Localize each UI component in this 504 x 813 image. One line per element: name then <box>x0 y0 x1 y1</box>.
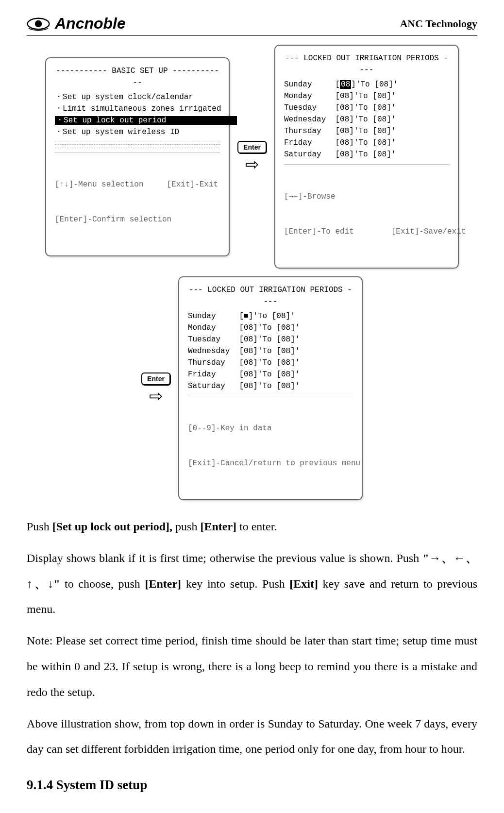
logo-icon <box>27 16 50 32</box>
page-header: Ancnoble ANC Technology <box>27 15 477 36</box>
period-row: Friday [08]'To [08]' <box>188 369 353 380</box>
figure-area: ----------- BASIC SET UP ------------ ・S… <box>27 45 477 500</box>
screen1-hint2: [Enter]-Confirm selection <box>55 214 220 225</box>
logo: Ancnoble <box>27 15 126 33</box>
logo-text: Ancnoble <box>55 15 126 33</box>
period-row: Tuesday [08]'To [08]' <box>188 334 353 345</box>
section-heading: 9.1.4 System ID setup <box>27 771 477 799</box>
screen2-hint1: [→←]-Browse <box>284 191 449 203</box>
period-row: Monday [08]'To [08]' <box>284 90 449 102</box>
screen1-hint1: [↑↓]-Menu selection [Exit]-Exit <box>55 179 220 190</box>
menu-item: ・Limit simultaneous zones irrigated <box>55 103 220 115</box>
screen-basic-setup: ----------- BASIC SET UP ------------ ・S… <box>45 57 230 256</box>
period-row: Wednesday [08]'To [08]' <box>284 114 449 125</box>
screen2-hint2: [Enter]-To edit [Exit]-Save/exit <box>284 226 449 237</box>
screen-locked-periods-edit: --- LOCKED OUT IRRIGATION PERIODS ---- S… <box>178 276 363 500</box>
screen3-hint2: [Exit]-Cancel/return to previous menu <box>188 457 353 469</box>
period-row: Saturday [08]'To [08]' <box>188 380 353 392</box>
period-row: Thursday [08]'To [08]' <box>284 125 449 137</box>
enter-arrow-1: Enter ⇨ <box>237 141 267 173</box>
period-row: Saturday [08]'To [08]' <box>284 149 449 160</box>
body-text: Push [Set up lock out period], push [Ent… <box>27 514 477 813</box>
paragraph-2: Display shows blank if it is first time;… <box>27 545 477 622</box>
period-row: Thursday [08]'To [08]' <box>188 357 353 369</box>
screen1-title: ----------- BASIC SET UP ------------ <box>55 65 220 88</box>
paragraph-5: The whole system uses the same ID to do … <box>27 809 477 813</box>
arrow-right-icon: ⇨ <box>149 388 163 405</box>
menu-item: ・Set up system clock/calendar <box>55 91 220 103</box>
screen3-title: --- LOCKED OUT IRRIGATION PERIODS ---- <box>188 284 353 307</box>
period-row: Sunday [08]'To [08]' <box>284 79 449 90</box>
menu-item: ・Set up lock out period <box>55 115 220 126</box>
enter-key-icon: Enter <box>237 141 267 153</box>
svg-point-1 <box>35 20 42 27</box>
period-row: Monday [08]'To [08]' <box>188 322 353 334</box>
screen-locked-periods-browse: --- LOCKED OUT IRRIGATION PERIODS ---- S… <box>274 45 459 269</box>
arrow-right-icon: ⇨ <box>245 156 259 173</box>
enter-key-icon: Enter <box>141 373 170 385</box>
period-row: Wednesday [08]'To [08]' <box>188 345 353 357</box>
paragraph-3: Note: Please set correct time period, fi… <box>27 628 477 705</box>
period-row: Sunday [■]'To [08]' <box>188 310 353 322</box>
company-name: ANC Technology <box>400 17 477 30</box>
paragraph-1: Push [Set up lock out period], push [Ent… <box>27 514 477 540</box>
menu-item: ・Set up system wireless ID <box>55 126 220 138</box>
period-row: Friday [08]'To [08]' <box>284 137 449 149</box>
enter-arrow-2: Enter ⇨ <box>141 373 170 405</box>
paragraph-4: Above illustration show, from top down i… <box>27 711 477 762</box>
period-row: Tuesday [08]'To [08]' <box>284 102 449 114</box>
screen3-hint1: [0--9]-Key in data <box>188 423 353 434</box>
screen2-title: --- LOCKED OUT IRRIGATION PERIODS ---- <box>284 52 449 76</box>
